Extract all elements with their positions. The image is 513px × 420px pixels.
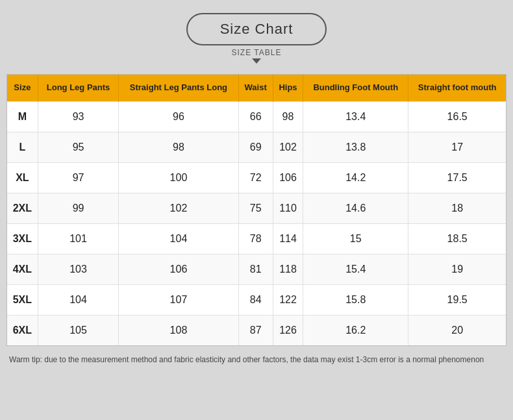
col-header-size: Size bbox=[7, 75, 38, 101]
table-row: 4XL1031068111815.419 bbox=[7, 254, 506, 284]
col-header-long-leg: Long Leg Pants bbox=[38, 75, 119, 101]
cell-size: 3XL bbox=[7, 223, 38, 254]
cell-hips: 118 bbox=[273, 254, 303, 284]
cell-straight_foot: 17.5 bbox=[408, 162, 506, 193]
cell-bundling: 16.2 bbox=[303, 315, 408, 345]
cell-hips: 98 bbox=[273, 101, 303, 132]
table-row: XL971007210614.217.5 bbox=[7, 162, 506, 193]
cell-bundling: 14.2 bbox=[303, 162, 408, 193]
warm-tip: Warm tip: due to the measurement method … bbox=[6, 354, 507, 366]
arrow-down-icon bbox=[252, 58, 261, 64]
cell-hips: 106 bbox=[273, 162, 303, 193]
cell-long_leg: 105 bbox=[38, 315, 119, 345]
size-table-label: SIZE TABLE bbox=[232, 48, 282, 57]
cell-bundling: 15 bbox=[303, 223, 408, 254]
table-row: M9396669813.416.5 bbox=[7, 101, 506, 132]
cell-size: 5XL bbox=[7, 284, 38, 315]
cell-straight_foot: 18 bbox=[408, 193, 506, 223]
cell-straight_foot: 17 bbox=[408, 132, 506, 162]
title-container: Size Chart SIZE TABLE bbox=[186, 13, 327, 64]
cell-bundling: 13.8 bbox=[303, 132, 408, 162]
cell-waist: 69 bbox=[238, 132, 273, 162]
cell-hips: 110 bbox=[273, 193, 303, 223]
cell-waist: 78 bbox=[238, 223, 273, 254]
cell-straight_foot: 16.5 bbox=[408, 101, 506, 132]
col-header-hips: Hips bbox=[273, 75, 303, 101]
table-header: Size Long Leg Pants Straight Leg Pants L… bbox=[7, 75, 506, 101]
cell-hips: 126 bbox=[273, 315, 303, 345]
cell-straight_leg: 102 bbox=[119, 193, 238, 223]
table-row: 3XL101104781141518.5 bbox=[7, 223, 506, 254]
cell-straight_leg: 106 bbox=[119, 254, 238, 284]
cell-waist: 81 bbox=[238, 254, 273, 284]
cell-long_leg: 97 bbox=[38, 162, 119, 193]
cell-straight_foot: 20 bbox=[408, 315, 506, 345]
cell-long_leg: 93 bbox=[38, 101, 119, 132]
cell-size: 2XL bbox=[7, 193, 38, 223]
cell-size: 4XL bbox=[7, 254, 38, 284]
cell-straight_leg: 100 bbox=[119, 162, 238, 193]
cell-bundling: 15.4 bbox=[303, 254, 408, 284]
cell-bundling: 14.6 bbox=[303, 193, 408, 223]
table-row: L95986910213.817 bbox=[7, 132, 506, 162]
cell-straight_leg: 108 bbox=[119, 315, 238, 345]
cell-bundling: 15.8 bbox=[303, 284, 408, 315]
cell-long_leg: 101 bbox=[38, 223, 119, 254]
cell-long_leg: 95 bbox=[38, 132, 119, 162]
size-chart-table-wrapper: Size Long Leg Pants Straight Leg Pants L… bbox=[6, 74, 507, 346]
cell-hips: 102 bbox=[273, 132, 303, 162]
cell-straight_foot: 19.5 bbox=[408, 284, 506, 315]
col-header-waist: Waist bbox=[238, 75, 273, 101]
cell-size: L bbox=[7, 132, 38, 162]
cell-long_leg: 104 bbox=[38, 284, 119, 315]
table-row: 2XL991027511014.618 bbox=[7, 193, 506, 223]
col-header-bundling: Bundling Foot Mouth bbox=[303, 75, 408, 101]
table-row: 6XL1051088712616.220 bbox=[7, 315, 506, 345]
col-header-straight-foot: Straight foot mouth bbox=[408, 75, 506, 101]
cell-straight_leg: 96 bbox=[119, 101, 238, 132]
cell-bundling: 13.4 bbox=[303, 101, 408, 132]
cell-size: 6XL bbox=[7, 315, 38, 345]
cell-long_leg: 99 bbox=[38, 193, 119, 223]
cell-long_leg: 103 bbox=[38, 254, 119, 284]
cell-straight_foot: 18.5 bbox=[408, 223, 506, 254]
cell-waist: 66 bbox=[238, 101, 273, 132]
cell-size: M bbox=[7, 101, 38, 132]
table-row: 5XL1041078412215.819.5 bbox=[7, 284, 506, 315]
title-box: Size Chart bbox=[186, 13, 327, 45]
cell-straight_leg: 98 bbox=[119, 132, 238, 162]
size-chart-table: Size Long Leg Pants Straight Leg Pants L… bbox=[7, 75, 506, 345]
chart-title: Size Chart bbox=[220, 21, 294, 37]
table-body: M9396669813.416.5L95986910213.817XL97100… bbox=[7, 101, 506, 345]
cell-waist: 72 bbox=[238, 162, 273, 193]
cell-hips: 122 bbox=[273, 284, 303, 315]
col-header-straight-leg: Straight Leg Pants Long bbox=[119, 75, 238, 101]
cell-straight_leg: 107 bbox=[119, 284, 238, 315]
cell-straight_foot: 19 bbox=[408, 254, 506, 284]
cell-size: XL bbox=[7, 162, 38, 193]
cell-waist: 87 bbox=[238, 315, 273, 345]
cell-waist: 84 bbox=[238, 284, 273, 315]
cell-hips: 114 bbox=[273, 223, 303, 254]
cell-waist: 75 bbox=[238, 193, 273, 223]
cell-straight_leg: 104 bbox=[119, 223, 238, 254]
